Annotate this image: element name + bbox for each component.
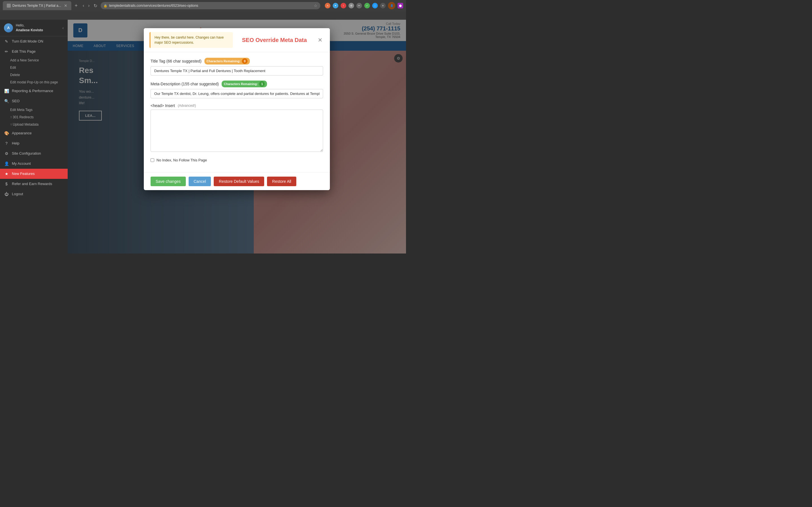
tab-title: Dentures Temple TX | Partial a... [12,4,61,8]
tab-close-button[interactable]: ✕ [64,3,67,8]
sidebar: A Hello, Analiese Kovisto ‹ ✎ Turn Edit … [0,20,68,253]
new-tab-button[interactable]: + [75,3,78,9]
edit-mode-icon: ✎ [4,39,9,44]
restore-default-button[interactable]: Restore Default Values [214,177,264,186]
sidebar-item-new-features[interactable]: ★ New Features [0,169,68,179]
profile-avatar[interactable]: 👤 [388,2,395,9]
refer-icon: $ [4,182,9,186]
sidebar-item-my-account[interactable]: 👤 My Account [0,159,68,169]
sidebar-item-site-config[interactable]: ⚙ Site Configuration [0,149,68,159]
sidebar-item-label: Site Configuration [12,151,41,156]
cancel-button[interactable]: Cancel [189,177,211,186]
restore-all-button[interactable]: Restore All [267,177,296,186]
ext-icon-3[interactable]: ! [341,3,346,8]
help-icon: ? [4,141,9,146]
ext-icon-9[interactable]: ⬤ [398,3,403,8]
browser-tab[interactable]: Dentures Temple TX | Partial a... ✕ [3,1,71,10]
modal-warning-text: Hey there, be careful here. Changes can … [149,32,233,48]
site-config-icon: ⚙ [4,151,9,156]
ext-icon-5[interactable]: ✂ [356,3,362,8]
sidebar-item-logout[interactable]: ⏻ Logout [0,189,68,199]
title-tag-input[interactable] [151,66,323,75]
title-tag-group: Title Tag (66 char suggested) Characters… [151,58,323,75]
nav-controls: ‹ › ↻ [82,3,98,9]
ext-icon-1[interactable]: A [325,3,331,8]
sidebar-sub-edit[interactable]: Edit [10,64,68,71]
sidebar-sub-add-service[interactable]: Add a New Service [10,57,68,64]
ext-icon-4[interactable]: ⚙ [349,3,354,8]
browser-toolbar [0,11,406,20]
sidebar-item-appearance[interactable]: 🎨 Appearance [0,128,68,138]
sidebar-sub-upload-meta[interactable]: ↑ Upload Metadata [10,121,68,128]
sidebar-sub-edit-meta[interactable]: Edit Meta Tags [10,106,68,114]
appearance-icon: 🎨 [4,131,9,135]
sidebar-item-edit-mode[interactable]: ✎ Turn Edit Mode ON [0,36,68,47]
sidebar-sub-delete[interactable]: Delete [10,71,68,78]
sidebar-item-label: Turn Edit Mode ON [12,39,43,43]
modal-backdrop: Hey there, be careful here. Changes can … [68,20,406,253]
title-chars-count: 0 [242,58,248,64]
no-index-checkbox[interactable] [151,158,154,162]
sidebar-item-label: SEO [12,99,19,103]
avatar: A [4,23,13,33]
edit-page-icon: ✏ [4,49,9,54]
head-insert-label: <head> Insert (Advanced!) [151,103,323,108]
meta-desc-input[interactable] [151,89,323,98]
sidebar-item-label: New Features [12,172,35,176]
title-chars-badge: Characters Remaining: 0 [204,58,250,64]
modal-body: Title Tag (66 char suggested) Characters… [144,52,330,172]
refresh-button[interactable]: ↻ [93,3,98,9]
address-bar[interactable]: 🔒 templedentaltrails.com/services/dentur… [101,2,320,9]
reporting-icon: 📊 [4,89,9,93]
sidebar-item-label: My Account [12,161,31,166]
browser-chrome: Dentures Temple TX | Partial a... ✕ + ‹ … [0,0,406,11]
ext-icon-6[interactable]: ✓ [364,3,370,8]
page-content: D 📷 📌 G ▶ ☆ 🐦 f Call Today (254) 771-111… [68,20,406,253]
sidebar-sub-seo: Edit Meta Tags ↑ 301 Redirects ↑ Upload … [0,106,68,128]
sidebar-item-help[interactable]: ? Help [0,138,68,149]
modal-title: SEO Override Meta Data [233,37,316,43]
meta-desc-group: Meta-Description (155 char suggested) Ch… [151,80,323,98]
new-features-icon: ★ [4,172,9,176]
meta-desc-label: Meta-Description (155 char suggested) Ch… [151,80,323,87]
ext-icon-2[interactable]: ✦ [333,3,338,8]
head-insert-textarea[interactable] [151,110,323,152]
url-text: templedentaltrails.com/services/dentures… [109,4,312,8]
sidebar-item-reporting[interactable]: 📊 Reporting & Performance [0,86,68,96]
modal-close-button[interactable]: ✕ [316,36,324,44]
sidebar-sub-edit-page: Add a New Service Edit Delete Edit modal… [0,57,68,86]
sidebar-item-label: Help [12,141,19,145]
seo-override-modal: Hey there, be careful here. Changes can … [144,28,330,190]
star-icon[interactable]: ☆ [314,3,317,8]
ext-icon-8[interactable]: ≡ [380,3,386,8]
sidebar-sub-edit-modal[interactable]: Edit modal Pop-Up on this page [10,78,68,86]
head-insert-group: <head> Insert (Advanced!) [151,103,323,153]
main-layout: A Hello, Analiese Kovisto ‹ ✎ Turn Edit … [0,20,406,253]
sidebar-item-label: Reporting & Performance [12,89,53,93]
logout-icon: ⏻ [4,192,9,196]
sidebar-header: A Hello, Analiese Kovisto ‹ [0,20,68,36]
modal-header: Hey there, be careful here. Changes can … [144,28,330,52]
no-index-label[interactable]: No Index, No Follow This Page [156,158,207,162]
sidebar-item-label: Appearance [12,131,32,135]
sidebar-item-refer[interactable]: $ Refer and Earn Rewards [0,179,68,189]
title-tag-label: Title Tag (66 char suggested) Characters… [151,58,323,64]
tab-favicon [7,4,11,8]
sidebar-item-seo[interactable]: 🔍 SEO [0,96,68,106]
save-changes-button[interactable]: Save changes [151,177,186,186]
sidebar-item-edit-page[interactable]: ✏ Edit This Page [0,47,68,57]
no-index-row: No Index, No Follow This Page [151,158,323,162]
meta-chars-badge: Characters Remaining: 1 [221,80,267,87]
lock-icon: 🔒 [103,4,107,8]
sidebar-sub-redirects[interactable]: ↑ 301 Redirects [10,114,68,121]
sidebar-item-label: Refer and Earn Rewards [12,182,52,186]
back-button[interactable]: ‹ [82,3,85,9]
user-greeting: Hello, Analiese Kovisto [16,23,43,33]
meta-chars-count: 1 [259,81,265,87]
sidebar-item-label: Logout [12,192,23,196]
sidebar-item-label: Edit This Page [12,49,36,54]
seo-icon: 🔍 [4,99,9,103]
forward-button[interactable]: › [87,3,91,9]
sidebar-collapse-button[interactable]: ‹ [62,25,64,30]
ext-icon-7[interactable]: □ [372,3,378,8]
